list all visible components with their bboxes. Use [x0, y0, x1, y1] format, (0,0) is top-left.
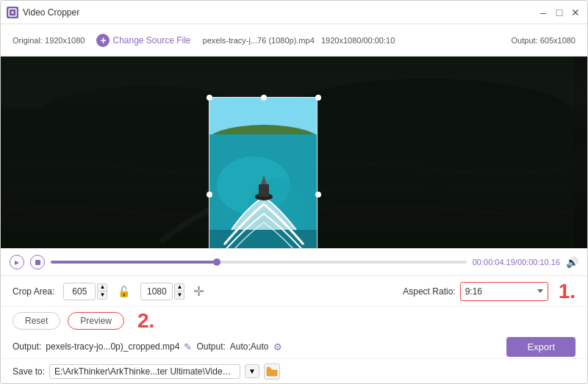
save-path-display: E:\ArkThinker\ArkThinke...ter Ultimate\V… [49, 364, 240, 379]
save-to-label: Save to: [12, 366, 45, 377]
move-icon[interactable]: ✛ [193, 283, 204, 300]
handle-top-left[interactable] [207, 95, 212, 101]
reset-button[interactable]: Reset [12, 312, 60, 330]
crop-width-input[interactable] [63, 283, 96, 300]
save-bar: Save to: E:\ArkThinker\ArkThinke...ter U… [1, 358, 587, 383]
overlay-left [1, 57, 209, 248]
title-bar: Video Cropper – □ ✕ [1, 1, 587, 24]
title-bar-text: Video Cropper [23, 7, 537, 18]
play-button[interactable]: ▶ [10, 255, 24, 269]
height-spinners: ▲ ▼ [174, 283, 184, 300]
badge-1: 1. [559, 281, 576, 302]
crop-height-input[interactable] [140, 283, 173, 300]
svg-rect-10 [209, 230, 318, 248]
minimize-button[interactable]: – [537, 7, 549, 18]
output-filename: pexels-tracy-jo...0p)_cropped.mp4 [46, 341, 179, 352]
original-info: Original: 1920x1080 [12, 36, 85, 45]
progress-thumb[interactable] [213, 258, 220, 266]
output-value: Auto;Auto [230, 341, 269, 352]
handle-mid-right[interactable] [315, 192, 321, 198]
app-icon [7, 7, 18, 18]
handle-top-right[interactable] [315, 95, 321, 101]
export-button[interactable]: Export [506, 337, 576, 357]
output-label-1: Output: [12, 341, 41, 352]
edit-icon[interactable]: ✎ [184, 341, 192, 352]
video-area [1, 57, 587, 248]
lock-icon[interactable]: 🔓 [118, 286, 130, 297]
open-folder-button[interactable] [264, 363, 280, 380]
timeline-bar: ▶ 00:00:04.19/00:00:10.16 🔊 [1, 248, 587, 276]
width-up-button[interactable]: ▲ [97, 283, 107, 291]
width-down-button[interactable]: ▼ [97, 291, 107, 300]
close-button[interactable]: ✕ [570, 7, 581, 18]
change-source-label: Change Source File [112, 35, 190, 46]
handle-top-mid[interactable] [261, 95, 267, 101]
badge-2: 2. [137, 311, 154, 331]
svg-rect-12 [259, 184, 269, 197]
overlay-right [318, 57, 587, 248]
crop-controls-bar: Crop Area: ▲ ▼ 🔓 ▲ ▼ ✛ Aspect Ratio: Ori… [1, 276, 587, 307]
plus-icon: + [96, 34, 110, 47]
top-bar: Original: 1920x1080 + Change Source File… [1, 24, 587, 57]
path-dropdown-button[interactable]: ▼ [245, 364, 259, 378]
progress-fill [51, 261, 217, 264]
overlay-top [209, 57, 318, 97]
height-input-group: ▲ ▼ [140, 283, 184, 300]
folder-icon [266, 366, 278, 377]
settings-icon[interactable]: ⚙ [273, 341, 282, 352]
maximize-button[interactable]: □ [553, 7, 565, 18]
width-input-group: ▲ ▼ [63, 283, 107, 300]
window-controls: – □ ✕ [537, 7, 581, 18]
aspect-ratio-group: Aspect Ratio: Original 1:1 4:3 16:9 9:16… [403, 281, 576, 302]
crop-area-label: Crop Area: [12, 286, 54, 297]
volume-icon[interactable]: 🔊 [566, 256, 578, 268]
aspect-ratio-select[interactable]: Original 1:1 4:3 16:9 9:16 Custom [460, 282, 548, 301]
height-up-button[interactable]: ▲ [174, 283, 184, 291]
action-bar: Reset Preview 2. [1, 307, 587, 335]
file-meta: 1920x1080/00:00:10 [321, 36, 395, 45]
change-source-button[interactable]: + Change Source File [96, 34, 190, 47]
height-down-button[interactable]: ▼ [174, 291, 184, 300]
file-info: pexels-tracy-j...76 (1080p).mp4 1920x108… [203, 36, 500, 45]
filename: pexels-tracy-j...76 (1080p).mp4 [203, 36, 315, 45]
output-label-2: Output: [196, 341, 225, 352]
handle-mid-left[interactable] [207, 192, 212, 198]
preview-button[interactable]: Preview [68, 312, 124, 330]
crop-box[interactable] [209, 97, 318, 248]
progress-track[interactable] [51, 261, 467, 264]
crop-content [209, 98, 317, 248]
stop-icon [35, 260, 40, 265]
app-window: Video Cropper – □ ✕ Original: 1920x1080 … [0, 0, 588, 384]
time-display: 00:00:04.19/00:00:10.16 [473, 258, 560, 267]
output-bar-1: Output: pexels-tracy-jo...0p)_cropped.mp… [1, 335, 587, 358]
aspect-ratio-label: Aspect Ratio: [403, 286, 455, 297]
output-info: Output: 605x1080 [512, 36, 576, 45]
stop-button[interactable] [30, 255, 45, 269]
width-spinners: ▲ ▼ [97, 283, 107, 300]
